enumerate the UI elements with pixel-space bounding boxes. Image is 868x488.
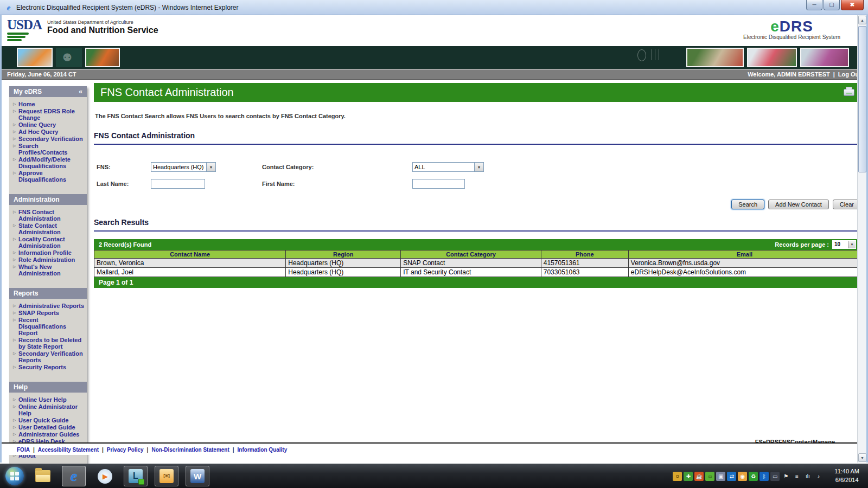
- sidebar-item[interactable]: ▷User Quick Guide: [13, 417, 86, 423]
- sidebar-link[interactable]: Online Query: [18, 121, 56, 128]
- taskbar-lync[interactable]: L: [124, 466, 148, 486]
- footer-link[interactable]: Privacy Policy: [107, 447, 144, 453]
- sidebar-item[interactable]: ▷Records to be Deleted by State Report: [13, 337, 86, 350]
- column-header[interactable]: Email: [628, 251, 860, 259]
- sidebar-item[interactable]: ▷Online User Help: [13, 396, 86, 403]
- sidebar-item[interactable]: ▷Home: [13, 101, 86, 107]
- sidebar-item[interactable]: ▷Request EDRS Role Change: [13, 108, 86, 121]
- sync-icon[interactable]: ♻: [749, 472, 758, 481]
- sidebar-item[interactable]: ▷Add/Modify/Delete Disqualifications: [13, 156, 86, 169]
- taskbar-outlook[interactable]: ✉: [155, 466, 178, 486]
- footer-link[interactable]: FOIA: [17, 447, 30, 453]
- sidebar-item[interactable]: ▷Recent Disqualifications Report: [13, 317, 86, 336]
- monster-icon[interactable]: ☺: [705, 472, 714, 481]
- sidebar-item[interactable]: ▷Ad Hoc Query: [13, 129, 86, 135]
- sidebar-item[interactable]: ▷FNS Contact Administration: [13, 209, 86, 222]
- sidebar-link[interactable]: Role Administration: [18, 256, 75, 263]
- records-per-page-select[interactable]: 10 ▼: [832, 240, 856, 249]
- maximize-button[interactable]: ▢: [824, 0, 840, 10]
- sidebar-link[interactable]: Online User Help: [18, 396, 67, 403]
- sidebar-header-help[interactable]: Help: [9, 382, 87, 393]
- sidebar-item[interactable]: ▷Online Administrator Help: [13, 403, 86, 416]
- sidebar-link[interactable]: Add/Modify/Delete Disqualifications: [18, 156, 86, 169]
- sidebar-item[interactable]: ▷Locality Contact Administration: [13, 236, 86, 249]
- sidebar-item[interactable]: ▷Secondary Verification: [13, 136, 86, 142]
- sidebar-item[interactable]: ▷What's New Administration: [13, 264, 86, 277]
- sidebar-item[interactable]: ▷User Detailed Guide: [13, 424, 86, 431]
- search-button[interactable]: Search: [731, 200, 764, 209]
- network-computers-icon[interactable]: ▣: [716, 472, 725, 481]
- column-header[interactable]: Phone: [541, 251, 628, 259]
- shield-icon[interactable]: ✚: [684, 472, 693, 481]
- chevron-down-icon[interactable]: ▼: [474, 163, 483, 171]
- sidebar-item[interactable]: ▷Security Reports: [13, 364, 86, 370]
- sidebar-link[interactable]: Ad Hoc Query: [18, 129, 58, 135]
- flag-icon[interactable]: ⚑: [781, 472, 790, 481]
- sidebar-header-reports[interactable]: Reports: [9, 288, 87, 299]
- taskbar-clock[interactable]: 11:40 AM 6/6/2014: [830, 467, 865, 485]
- first-name-input[interactable]: [412, 179, 465, 189]
- sidebar-link[interactable]: State Contact Administration: [18, 222, 86, 235]
- chevron-down-icon[interactable]: ▼: [848, 241, 856, 248]
- footer-link[interactable]: Information Quality: [238, 447, 288, 453]
- teamviewer-icon[interactable]: ⇄: [727, 472, 736, 481]
- sidebar-link[interactable]: Information Profile: [18, 249, 72, 256]
- start-button[interactable]: [5, 467, 24, 485]
- clipboard-icon[interactable]: ≡: [792, 472, 801, 481]
- taskbar-media-player[interactable]: ▶: [93, 466, 117, 486]
- java-icon[interactable]: ☕: [694, 472, 704, 481]
- table-row[interactable]: Brown, Veronica Headquarters (HQ) SNAP C…: [94, 259, 861, 268]
- minimize-button[interactable]: ─: [806, 0, 822, 10]
- taskbar-word[interactable]: W: [186, 466, 209, 486]
- scroll-down-icon[interactable]: ▼: [858, 453, 866, 462]
- sidebar-link[interactable]: Locality Contact Administration: [18, 236, 86, 249]
- sidebar-link[interactable]: Home: [18, 101, 35, 107]
- table-row[interactable]: Mallard, Joel Headquarters (HQ) IT and S…: [94, 268, 861, 277]
- add-new-contact-button[interactable]: Add New Contact: [768, 200, 829, 209]
- sidebar-link[interactable]: Online Administrator Help: [18, 403, 86, 416]
- taskbar-internet-explorer[interactable]: e: [62, 466, 86, 486]
- sidebar-item[interactable]: ▷Search Profiles/Contacts: [13, 143, 86, 156]
- signal-icon[interactable]: ılı: [803, 472, 812, 481]
- footer-link[interactable]: Accessibility Statement: [38, 447, 99, 453]
- collapse-icon[interactable]: «: [79, 88, 82, 95]
- sidebar-link[interactable]: Security Reports: [18, 364, 66, 370]
- sidebar-item[interactable]: ▷Administrator Guides: [13, 431, 86, 438]
- print-icon[interactable]: [844, 89, 854, 96]
- reminder-clock-icon[interactable]: ◉: [738, 472, 747, 481]
- last-name-input[interactable]: [151, 179, 205, 189]
- display-icon[interactable]: ▭: [770, 472, 780, 481]
- sidebar-link[interactable]: Approve Disqualifications: [18, 170, 86, 183]
- sidebar-link[interactable]: SNAP Reports: [18, 310, 59, 316]
- sidebar-item[interactable]: ▷Secondary Verification Reports: [13, 350, 86, 363]
- column-header[interactable]: Contact Category: [401, 251, 541, 259]
- sidebar-link[interactable]: Recent Disqualifications Report: [18, 317, 86, 336]
- sidebar-link[interactable]: Administrative Reports: [18, 303, 84, 309]
- close-button[interactable]: ✖: [841, 0, 864, 10]
- sidebar-link[interactable]: User Quick Guide: [18, 417, 68, 423]
- sidebar-item[interactable]: ▷Information Profile: [13, 249, 86, 256]
- sidebar-link[interactable]: User Detailed Guide: [18, 424, 75, 431]
- sidebar-item[interactable]: ▷Approve Disqualifications: [13, 170, 86, 183]
- sidebar-header-administration[interactable]: Administration: [9, 194, 87, 205]
- sidebar-item[interactable]: ▷Online Query: [13, 121, 86, 128]
- chevron-down-icon[interactable]: ▼: [206, 163, 215, 171]
- sidebar-link[interactable]: Search Profiles/Contacts: [18, 143, 86, 156]
- sidebar-link[interactable]: What's New Administration: [18, 264, 86, 277]
- column-header[interactable]: Contact Name: [94, 251, 286, 259]
- contact-category-select[interactable]: ALL ▼: [412, 162, 484, 172]
- scrollbar-thumb[interactable]: [858, 26, 866, 172]
- speaker-icon[interactable]: ♪: [814, 472, 823, 481]
- sidebar-link[interactable]: Administrator Guides: [18, 431, 79, 438]
- bluetooth-icon[interactable]: ᛒ: [760, 472, 769, 481]
- sidebar-link[interactable]: Secondary Verification Reports: [18, 350, 86, 363]
- scroll-up-icon[interactable]: ▲: [858, 16, 866, 24]
- sidebar-header-my-edrs[interactable]: My eDRS «: [9, 86, 87, 97]
- sidebar-item[interactable]: ▷Administrative Reports: [13, 303, 86, 309]
- taskbar-windows-explorer[interactable]: [31, 466, 55, 486]
- sidebar-item[interactable]: ▷Role Administration: [13, 256, 86, 263]
- vertical-scrollbar[interactable]: ▲ ▼: [857, 15, 866, 463]
- column-header[interactable]: Region: [286, 251, 401, 259]
- sidebar-item[interactable]: ▷State Contact Administration: [13, 222, 86, 235]
- sidebar-link[interactable]: Secondary Verification: [18, 136, 83, 142]
